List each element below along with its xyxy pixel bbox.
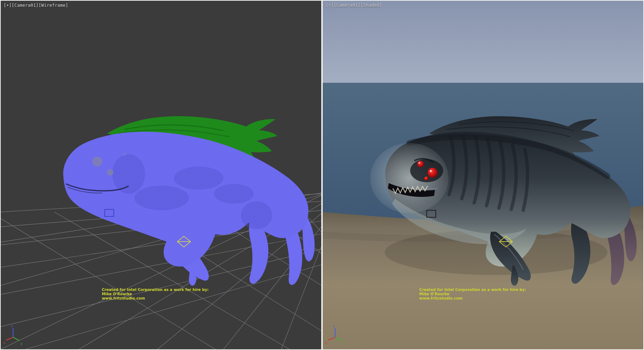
viewport-menu-shading[interactable]: [Shaded] <box>361 3 382 8</box>
eye-small <box>424 176 429 181</box>
viewport-menu-camera[interactable]: [Camera01] <box>12 3 39 8</box>
eye-large <box>428 168 438 178</box>
viewport-shaded[interactable]: [+] [Camera01] [Shaded] <box>323 1 643 349</box>
axis-z-label: z <box>11 324 13 328</box>
axis-x-label: x <box>325 341 327 345</box>
axis-y-label: y <box>342 341 345 345</box>
watermark-line1: Created for Intel Corporation as a work … <box>419 287 526 292</box>
eye-medium <box>417 161 424 167</box>
viewport-menu-general[interactable]: [+] <box>4 3 12 8</box>
watermark-line3: www.fritzstudio.com <box>419 296 463 300</box>
fish-model-wireframe[interactable] <box>63 116 315 286</box>
axis-z-label: z <box>333 324 335 328</box>
watermark-line2: Mike O'Rourke <box>102 292 132 296</box>
viewport-menu-general[interactable]: [+] <box>326 3 334 8</box>
watermark-text: Created for Intel Corporation as a work … <box>102 287 209 300</box>
axis-y-label: y <box>20 341 23 345</box>
watermark-line2: Mike O'Rourke <box>419 292 449 296</box>
shaded-canvas[interactable]: Created for Intel Corporation as a work … <box>323 1 643 349</box>
watermark-line3: www.fritzstudio.com <box>102 296 145 300</box>
viewport-label-right: [+] [Camera01] [Shaded] <box>326 3 382 8</box>
viewport-menu-shading[interactable]: [Wireframe] <box>39 3 68 8</box>
viewport-menu-camera[interactable]: [Camera01] <box>334 3 361 8</box>
wireframe-canvas[interactable]: Created for Intel Corporation as a work … <box>1 1 321 349</box>
viewport-wireframe[interactable]: [+] [Camera01] [Wireframe] <box>1 1 321 349</box>
viewport-label-left: [+] [Camera01] [Wireframe] <box>4 3 68 8</box>
axis-x-label: x <box>3 341 5 345</box>
watermark-line1: Created for Intel Corporation as a work … <box>102 287 209 292</box>
world-axis-tripod: z x y <box>3 324 23 346</box>
dual-viewport-area: [+] [Camera01] [Wireframe] <box>0 0 644 350</box>
sky <box>323 1 643 83</box>
